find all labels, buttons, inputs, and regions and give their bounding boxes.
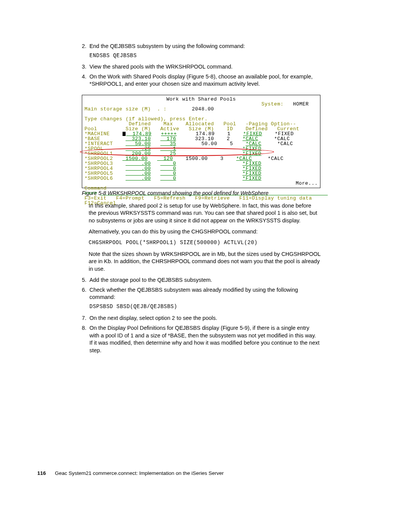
command-chgshrpool: CHGSHRPOOL POOL(*SHRPOOL1) SIZE(500000) …	[89, 240, 320, 247]
step-8: 8. On the Display Pool Definitions for Q…	[82, 324, 320, 354]
page-footer: 116 Geac System21 commerce.connect: Impl…	[37, 470, 224, 477]
step-5: 5. Add the storage pool to the QEJBSBS s…	[82, 276, 320, 284]
step-text: Check whether the QEJBSBS subsystem was …	[89, 286, 320, 301]
mainsize-value: 2048.00	[192, 106, 214, 112]
annotation-ellipse	[80, 148, 274, 156]
step-number: 6.	[82, 286, 89, 294]
more-indicator: More...	[296, 181, 318, 186]
fkeys: F3=Exit F4=Prompt F5=Refresh F9=Retrieve…	[84, 196, 318, 201]
step-7: 7. On the next display, select option 2 …	[82, 315, 320, 323]
step-text: Add the storage pool to the QEJBSBS subs…	[89, 276, 320, 284]
table-row: *SHRPOOL5 .00 0 *FIXED	[84, 171, 318, 176]
page-number: 116	[37, 470, 46, 476]
table-row: *SHRPOOL2 1500.00 120 1500.00 3 *CALC *C…	[84, 156, 318, 161]
table-row: *SHRPOOL6 .00 0 *FIXED	[84, 176, 318, 181]
footer-title: Geac System21 commerce.connect: Implemen…	[55, 470, 223, 476]
fkeys-2[interactable]: F12=Cancel	[84, 201, 318, 206]
command-dspsbsd: DSPSBSD SBSD(QEJB/QEJBSBS)	[89, 304, 320, 311]
table-row: *SHRPOOL4 .00 0 *FIXED	[84, 166, 318, 171]
step-text: End the QEJBSBS subsystem by using the f…	[89, 43, 320, 50]
terminal-title: Work with Shared Pools	[166, 96, 236, 102]
step-text: View the shared pools with the WRKSHRPOO…	[89, 63, 320, 71]
step-number: 5.	[82, 276, 89, 284]
step-6: 6. Check whether the QEJBSBS subsystem w…	[82, 286, 320, 301]
step-number: 4.	[82, 73, 89, 81]
table-row: *SHRPOOL3 .00 0 *FIXED	[84, 161, 318, 166]
system-value: HOMER	[293, 101, 309, 107]
mainsize-label: Main storage size (M) . :	[84, 106, 167, 112]
step-number: 2.	[82, 43, 89, 50]
step-2: 2. End the QEJBSBS subsystem by using th…	[82, 43, 320, 50]
step-number: 7.	[82, 315, 89, 322]
table-row: *INTERACT 50.00 35 50.00 5 *CALC *CALC	[84, 141, 318, 146]
command-endsbs: ENDSBS QEJBSBS	[89, 53, 320, 60]
paragraph: Note that the sizes shown by WRKSHRPOOL …	[89, 251, 320, 273]
step-number: 8.	[82, 324, 89, 332]
step-4: 4. On the Work with Shared Pools display…	[82, 73, 320, 88]
terminal-figure: Work with Shared Pools xxxxxxxxxxxxxxxxx…	[82, 95, 320, 188]
cursor	[123, 132, 126, 136]
step-text: On the Work with Shared Pools display (F…	[89, 73, 320, 88]
step-3: 3. View the shared pools with the WRKSHR…	[82, 63, 320, 71]
system-label: System:	[261, 101, 284, 107]
paragraph: Alternatively, you can do this by using …	[89, 228, 320, 236]
step-text: On the next display, select option 2 to …	[89, 315, 320, 323]
step-text: On the Display Pool Definitions for QEJB…	[89, 324, 320, 354]
step-number: 3.	[82, 63, 89, 71]
